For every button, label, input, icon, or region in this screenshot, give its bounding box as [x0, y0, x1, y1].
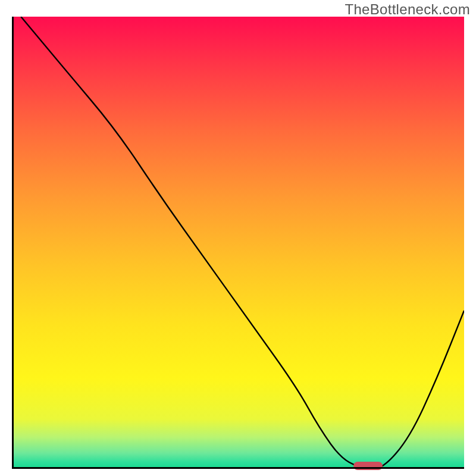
- x-axis: [12, 467, 464, 469]
- y-axis: [12, 17, 14, 469]
- plot-area: [12, 17, 464, 469]
- axes: [12, 17, 464, 469]
- watermark-text: TheBottleneck.com: [345, 1, 470, 18]
- chart-container: TheBottleneck.com: [0, 0, 476, 476]
